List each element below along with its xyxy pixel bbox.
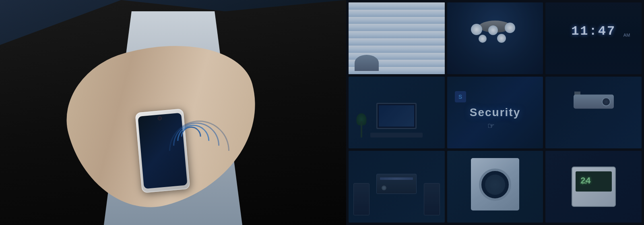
grid-cell-security[interactable]: S Security ☞	[447, 77, 543, 148]
blue-overlay	[447, 2, 543, 74]
stereo-display	[380, 177, 413, 180]
light-bulb	[497, 34, 506, 43]
thermostat-secondary: 44	[580, 179, 587, 186]
camera-body	[574, 95, 614, 109]
plant	[356, 113, 366, 138]
slat	[349, 24, 445, 31]
blue-overlay	[545, 77, 642, 148]
grid-cell-blinds[interactable]	[349, 2, 445, 74]
slat	[349, 10, 445, 17]
slat	[349, 17, 445, 24]
grid-cell-lighting[interactable]	[447, 2, 543, 74]
stereo-knob	[382, 185, 386, 190]
tv-stand	[370, 133, 423, 138]
thermostat-screen: 24 44	[576, 171, 612, 192]
cursor-icon: ☞	[487, 121, 495, 131]
smart-home-grid: 11:47 AM S Security ☞	[346, 0, 644, 225]
main-scene: 11:47 AM S Security ☞	[0, 0, 644, 225]
tv-screen	[379, 105, 414, 127]
slat	[349, 2, 445, 10]
grid-cell-washer[interactable]	[447, 151, 543, 223]
washer-body	[471, 158, 519, 210]
light-bulb	[479, 35, 487, 43]
wifi-signal	[180, 101, 244, 158]
grid-cell-camera[interactable]	[545, 77, 642, 148]
stereo-unit	[376, 174, 417, 194]
light-bulb	[505, 23, 515, 33]
thermostat-device: 24 44	[572, 167, 616, 207]
washer-drum	[479, 169, 511, 201]
grid-cell-audio[interactable]	[349, 151, 445, 223]
security-label: Security	[470, 106, 521, 119]
grid-cell-clock[interactable]: 11:47 AM	[545, 2, 642, 74]
grid-cell-thermostat[interactable]: 24 44	[545, 151, 642, 223]
light-bulb	[471, 24, 482, 35]
camera-lens	[602, 97, 611, 106]
hero-image	[0, 0, 346, 225]
lamp	[355, 55, 379, 71]
light-bulb	[488, 25, 498, 35]
plant-stem	[361, 121, 362, 138]
clock-time: 11:47	[571, 24, 616, 39]
slat	[349, 38, 445, 46]
speaker-right	[424, 183, 440, 215]
slat	[349, 31, 445, 38]
grid-cell-living-room[interactable]	[349, 77, 445, 148]
speaker-left	[353, 183, 369, 215]
slat	[349, 46, 445, 53]
television	[376, 103, 417, 129]
security-logo: S	[455, 91, 466, 102]
clock-ampm: AM	[623, 33, 630, 38]
washer-inner	[485, 175, 505, 195]
